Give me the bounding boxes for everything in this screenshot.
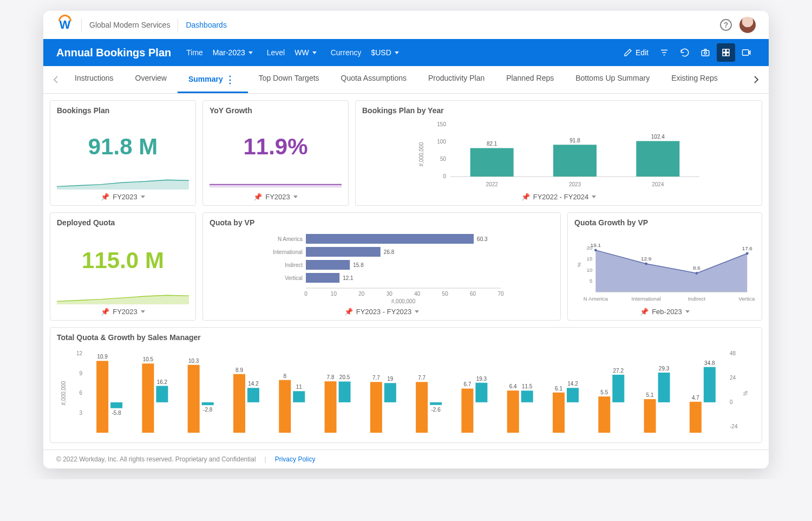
svg-rect-122 [644,399,656,433]
edit-button[interactable]: Edit [619,48,653,57]
filter-icon[interactable] [655,43,673,62]
svg-text:19.1: 19.1 [591,242,601,248]
svg-text:%: % [576,262,582,267]
card-period-selector[interactable]: 📌 FY2023 - FY2023 [209,304,554,316]
svg-text:0: 0 [730,399,733,405]
svg-rect-112 [521,390,533,402]
filter-time-dropdown[interactable]: Mar-2023 [213,48,253,57]
filter-level-dropdown[interactable]: WW [294,48,316,57]
chevron-down-icon [141,196,145,198]
svg-text:60.3: 60.3 [477,236,488,242]
svg-text:2024: 2024 [652,181,664,187]
svg-text:7.7: 7.7 [372,375,380,381]
svg-text:8.9: 8.9 [235,367,243,373]
tenant-name: Global Modern Services [89,21,170,29]
svg-point-54 [645,263,647,265]
help-icon[interactable]: ? [720,19,732,31]
tab-bottoms-up-summary[interactable]: Bottoms Up Summary [565,66,660,93]
svg-text:48: 48 [730,350,736,356]
chevron-down-icon [312,51,317,54]
svg-rect-3 [726,49,729,52]
chevron-down-icon [293,196,298,198]
svg-rect-4 [723,53,725,56]
svg-text:0: 0 [443,173,446,179]
tabs-scroll-left[interactable] [48,68,64,92]
chevron-down-icon [685,310,690,313]
tab-overview[interactable]: Overview [125,66,178,93]
svg-text:17.6: 17.6 [742,245,753,251]
svg-rect-120 [612,375,624,402]
card-period-selector[interactable]: 📌 FY2022 - FY2024 [362,190,755,201]
svg-text:30: 30 [387,291,393,297]
card-period-selector[interactable]: 📌 FY2023 [57,304,189,316]
svg-text:3: 3 [79,410,82,416]
svg-text:40: 40 [414,291,421,297]
svg-rect-15 [470,148,514,177]
svg-text:6.1: 6.1 [555,386,562,392]
svg-rect-94 [325,381,337,433]
card-period-selector[interactable]: 📌 FY2023 [209,190,342,201]
workday-logo[interactable]: W [56,16,74,34]
svg-text:#,000,000: #,000,000 [418,142,424,166]
svg-rect-28 [306,247,381,257]
card-period-selector[interactable]: 📌 Feb-2023 [574,304,755,316]
yoy-value: 11.9% [209,119,342,174]
svg-point-60 [746,252,749,255]
svg-text:15: 15 [586,256,592,262]
svg-text:10.5: 10.5 [143,356,154,362]
svg-text:29.3: 29.3 [659,366,670,372]
svg-text:7.7: 7.7 [418,375,425,381]
tab-top-down-targets[interactable]: Top Down Targets [248,66,330,93]
svg-text:102.4: 102.4 [651,134,665,140]
deployed-value: 115.0 M [57,231,189,289]
tab-quota-assumptions[interactable]: Quota Assumptions [330,66,417,93]
tab-instructions[interactable]: Instructions [64,66,125,93]
svg-text:19.3: 19.3 [476,376,487,382]
chevron-down-icon [395,51,399,54]
svg-text:5.1: 5.1 [646,392,654,398]
tab-summary[interactable]: Summary⋮ [178,66,248,93]
svg-text:6: 6 [79,390,82,396]
tab-productivity-plan[interactable]: Productivity Plan [417,66,495,93]
svg-text:10.3: 10.3 [188,358,199,364]
yoy-sparkline [209,174,342,190]
svg-text:27.2: 27.2 [613,368,624,374]
present-icon[interactable] [737,43,756,62]
grid-view-icon[interactable] [717,43,735,62]
filter-currency-dropdown[interactable]: $USD [371,48,398,57]
svg-text:15.8: 15.8 [353,262,364,268]
card-period-selector[interactable]: 📌 FY2023 [57,190,189,201]
svg-text:N America: N America [584,296,608,302]
svg-text:N America: N America [278,236,303,242]
breadcrumb-dashboards[interactable]: Dashboards [186,21,227,29]
svg-rect-102 [416,382,428,433]
tab-existing-reps[interactable]: Existing Reps [660,66,729,93]
svg-text:50: 50 [442,291,449,297]
svg-text:6.4: 6.4 [509,383,517,389]
svg-rect-76 [110,402,122,408]
card-deployed-quota: Deployed Quota 115.0 M 📌 FY2023 [50,212,196,321]
svg-text:Indirect: Indirect [688,296,705,302]
svg-text:-2.6: -2.6 [431,407,441,413]
svg-rect-34 [306,273,339,283]
privacy-policy-link[interactable]: Privacy Policy [275,455,316,463]
chart-bookings-by-year: 050100150#,000,00082.1202291.82023102.42… [362,119,755,190]
camera-icon[interactable] [696,43,715,62]
tab-planned-reps[interactable]: Planned Reps [495,66,565,93]
svg-text:5.5: 5.5 [600,389,608,395]
refresh-icon[interactable] [676,43,694,62]
svg-rect-5 [726,53,729,56]
card-title: Total Quota & Growth by Sales Manager [57,333,755,342]
card-title: Quota by VP [209,218,554,227]
svg-rect-108 [475,383,487,402]
svg-text:14.2: 14.2 [567,381,578,387]
tab-more-icon[interactable]: ⋮ [223,74,237,85]
svg-text:60: 60 [470,291,476,297]
chevron-down-icon [415,310,419,313]
tabs-scroll-right[interactable] [748,68,764,92]
svg-rect-118 [598,396,610,433]
chart-quota-by-vp: N America60.3International26.8Indirect15… [209,231,554,304]
svg-text:100: 100 [437,139,446,145]
user-avatar[interactable] [739,17,756,33]
svg-text:12.1: 12.1 [343,275,353,281]
